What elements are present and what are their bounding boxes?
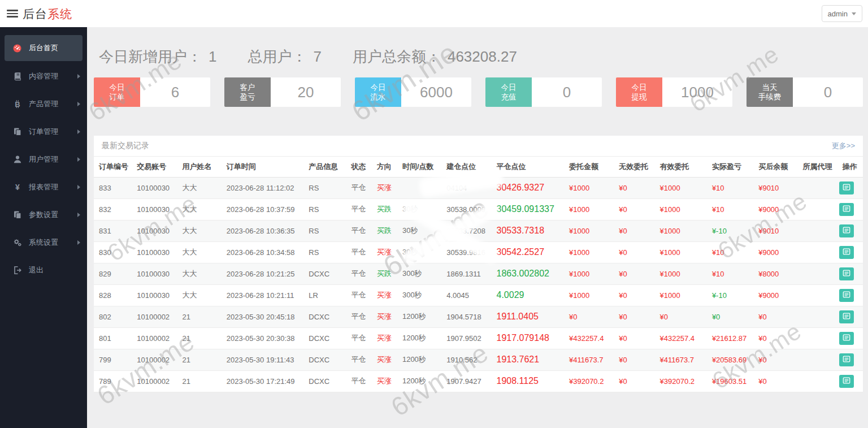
latest-trades-panel: 最新交易记录 更多>> 订单编号交易账号用户姓名订单时间产品信息状态方向时间/点… [94,136,863,392]
view-order-button[interactable] [839,267,854,280]
cell-agent [799,349,839,370]
cell-actions [839,241,863,263]
view-order-button[interactable] [839,353,854,366]
cell-close-point: 1863.002802 [493,263,566,284]
column-header: 订单编号 [94,157,133,177]
cell-direction: 买涨 [374,306,399,327]
list-icon [843,334,850,343]
cell-close-point: 30459.091337 [493,198,566,220]
cell-actions [839,284,863,306]
stat-card: 今日 充值 0 [485,77,602,107]
sidebar-item[interactable]: 订单管理 [0,118,87,145]
cell-agent [799,198,839,220]
cell-agent [799,220,839,241]
sidebar-item-label: 参数设置 [29,210,58,220]
column-header: 状态 [348,157,374,177]
view-order-button[interactable] [839,181,854,194]
cell-close-point: 4.0029 [493,284,566,306]
menu-toggle-icon[interactable] [7,10,18,19]
cell-invalid-entrust: ¥0 [615,370,656,392]
cell-entrust-amount: ¥1000 [566,177,615,198]
cell-actual-profit: ¥-10 [709,284,755,306]
cell-entrust-amount: ¥1000 [566,284,615,306]
cell-period: 300秒 [399,284,443,306]
cell-balance-after: ¥9000 [755,198,799,220]
cell-direction: 买跌 [374,220,399,241]
sidebar-item[interactable]: B 产品管理 [0,90,87,118]
column-header: 所属代理 [799,157,839,177]
view-order-button[interactable] [839,289,854,302]
list-icon [843,183,850,193]
cell-actions [839,349,863,370]
cell-order-id: 829 [94,263,133,284]
chevron-right-icon [77,74,80,79]
cell-valid-entrust: ¥1000 [657,198,709,220]
main-content: 今日新增用户：1 总用户：7 用户总余额：463208.27 今日 订单 6 客… [87,27,868,428]
column-header: 交易账号 [133,157,179,177]
stat-card-label: 客户 盈亏 [224,77,271,107]
sidebar-item[interactable]: 系统设置 [0,228,87,256]
sidebar-item-label: 订单管理 [29,127,58,137]
cell-balance-after: ¥0 [755,349,799,370]
stat-item: 用户总余额：463208.27 [353,47,517,67]
sidebar-item[interactable]: 内容管理 [0,62,87,90]
more-link[interactable]: 更多>> [832,141,855,151]
cell-valid-entrust: ¥432257.4 [657,327,709,349]
sidebar-item[interactable]: 后台首页 [5,35,83,61]
view-order-button[interactable] [839,310,854,323]
stat-value: 7 [313,48,321,65]
cell-actual-profit: ¥21612.87 [709,327,755,349]
cell-agent [799,241,839,263]
cell-account: 10100002 [133,327,179,349]
sidebar-item[interactable]: ¥ 报表管理 [0,173,87,201]
cell-valid-entrust: ¥1000 [657,263,709,284]
cell-user-name: 大大 [179,263,223,284]
view-order-button[interactable] [839,375,854,388]
cell-invalid-entrust: ¥0 [615,220,656,241]
cell-user-name: 大大 [179,177,223,198]
cell-close-point: 1908.1125 [493,370,566,392]
sidebar-item[interactable]: 用户管理 [0,145,87,173]
cell-balance-after: ¥8000 [755,263,799,284]
cell-actions [839,220,863,241]
column-header: 实际盈亏 [709,157,755,177]
cell-entrust-amount: ¥411673.7 [566,349,615,370]
cell-actual-profit: ¥10 [709,241,755,263]
view-order-button[interactable] [839,224,854,237]
table-row: 828 10100030 大大 2023-06-28 10:21:11 LR 平… [94,284,863,306]
cell-period: 300秒 [399,263,443,284]
stat-value: 463208.27 [448,48,517,65]
sidebar-item[interactable]: 退出 [0,256,87,284]
cell-order-id: 830 [94,241,133,263]
cell-actions [839,327,863,349]
cell-account: 10100030 [133,284,179,306]
user-menu[interactable]: admin [822,5,862,22]
cell-user-name: 大大 [179,220,223,241]
cell-period: 30秒 [399,241,443,263]
view-order-button[interactable] [839,203,854,216]
list-icon [843,269,850,279]
cell-direction: 买涨 [374,370,399,392]
cell-status: 平仓 [348,284,374,306]
cell-direction: 买涨 [374,177,399,198]
list-icon [843,291,850,300]
cell-valid-entrust: ¥1000 [657,177,709,198]
view-order-button[interactable] [839,246,854,259]
stat-card-value: 6000 [401,77,471,107]
cell-order-time: 2023-05-30 20:30:38 [223,327,306,349]
cell-actions [839,370,863,392]
cell-balance-after: ¥0 [755,370,799,392]
sidebar-item[interactable]: 参数设置 [0,201,87,228]
cell-account: 10100030 [133,241,179,263]
table-row: 832 10100030 大大 2023-06-28 10:37:59 RS 平… [94,198,863,220]
cell-open-point: 30538.0009 [443,198,493,220]
cell-order-time: 2023-06-28 10:21:25 [223,263,306,284]
stat-card: 今日 订单 6 [94,77,210,107]
view-order-button[interactable] [839,332,854,345]
cell-balance-after: ¥0 [755,306,799,327]
column-header: 时间/点数 [399,157,443,177]
cell-entrust-amount: ¥1000 [566,241,615,263]
cell-status: 平仓 [348,241,374,263]
stat-value: 1 [209,48,216,65]
user-menu-label: admin [828,10,848,18]
